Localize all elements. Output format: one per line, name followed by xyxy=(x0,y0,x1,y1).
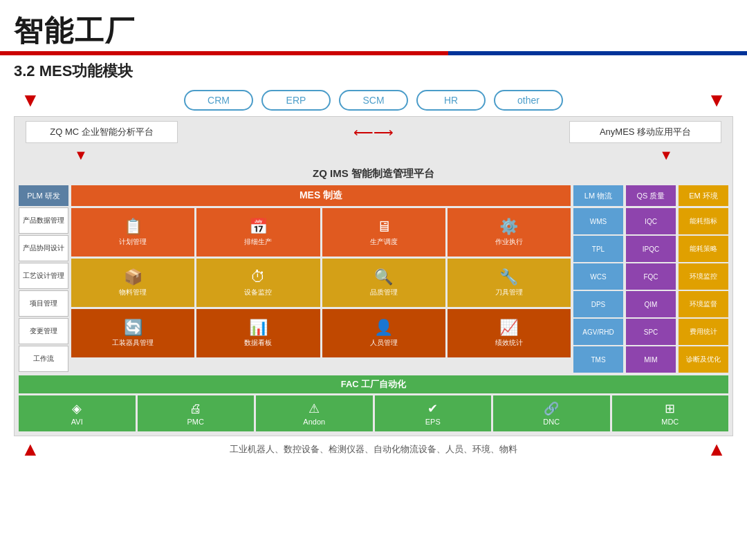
qs-item-5: MIM xyxy=(626,346,676,373)
mes-icon-1: 📅 xyxy=(249,218,268,236)
mes-icon-0: 📋 xyxy=(124,218,142,236)
em-item-0: 能耗指标 xyxy=(679,208,728,234)
automation-row: ◈ AVI 🖨 PMC ⚠ Andon ✔ EPS 🔗 DNC ⊞ MDC xyxy=(19,395,728,431)
mes-label-0: 计划管理 xyxy=(119,237,147,247)
plm-header: PLM 研发 xyxy=(19,185,68,206)
mes-cell-7: 🔧 刀具管理 xyxy=(448,259,571,307)
mes-cell-9: 📊 数据看板 xyxy=(196,309,320,357)
mes-column: MES 制造 📋 计划管理 📅 排细生产 🖥 生产调度 ⚙️ 作业执行 xyxy=(71,185,571,373)
lm-item-3: DPS xyxy=(573,291,623,317)
em-item-4: 费用统计 xyxy=(679,319,728,345)
plm-item-5: 工作流 xyxy=(19,346,68,372)
mes-icon-9: 📊 xyxy=(249,319,268,337)
auto-icon-3: ✔ xyxy=(427,401,438,416)
mes-label-7: 刀具管理 xyxy=(495,288,523,297)
plm-item-4: 变更管理 xyxy=(19,318,68,344)
auto-icon-1: 🖨 xyxy=(190,402,202,416)
top-connectors-area: ▼ CRM ERP SCM HR other ▼ xyxy=(0,87,747,113)
bottom-arrow-left: ▲ xyxy=(21,438,40,460)
mes-label-8: 工装器具管理 xyxy=(112,338,154,348)
auto-icon-2: ⚠ xyxy=(308,401,320,416)
auto-icon-0: ◈ xyxy=(72,401,82,416)
platform-arrows-row: ▼ ▼ xyxy=(19,147,728,163)
auto-cell-0: ◈ AVI xyxy=(19,395,136,431)
auto-icon-5: ⊞ xyxy=(665,401,675,416)
plm-item-2: 工艺设计管理 xyxy=(19,263,68,289)
auto-cell-3: ✔ EPS xyxy=(375,395,492,431)
mes-label-3: 作业执行 xyxy=(495,237,523,247)
mes-label-9: 数据看板 xyxy=(244,338,272,348)
qs-column: QS 质量 IQC IPQC FQC QIM SPC MIM xyxy=(626,185,676,373)
auto-cell-2: ⚠ Andon xyxy=(256,395,373,431)
mes-label-4: 物料管理 xyxy=(119,288,147,297)
fac-bar: FAC 工厂自动化 xyxy=(19,375,728,393)
ims-title: ZQ IMS 智能制造管理平台 xyxy=(19,165,728,183)
auto-cell-5: ⊞ MDC xyxy=(612,395,729,431)
em-item-1: 能耗策略 xyxy=(679,236,728,262)
em-items: 能耗指标 能耗策略 环境监控 环境监督 费用统计 诊断及优化 xyxy=(679,208,728,373)
down-arrow-left: ▼ xyxy=(74,147,88,163)
top-arrow-left: ▼ xyxy=(21,89,40,111)
mes-icon-7: 🔧 xyxy=(499,268,518,286)
platform-left: ZQ MC 企业智能分析平台 xyxy=(26,121,178,143)
top-boxes-row: CRM ERP SCM HR other xyxy=(184,90,563,111)
bottom-section: ▲ 工业机器人、数控设备、检测仪器、自动化物流设备、人员、环境、物料 ▲ xyxy=(0,439,747,460)
mes-label-6: 品质管理 xyxy=(370,288,398,297)
auto-label-5: MDC xyxy=(661,418,679,426)
em-item-3: 环境监督 xyxy=(679,291,728,317)
header-accent-bar xyxy=(0,51,747,55)
qs-item-3: QIM xyxy=(626,291,676,317)
top-box-other: other xyxy=(494,90,563,111)
lm-items: WMS TPL WCS DPS AGV/RHD TMS xyxy=(573,208,623,373)
mes-icon-2: 🖥 xyxy=(376,218,391,236)
mes-cell-0: 📋 计划管理 xyxy=(71,208,194,256)
top-box-hr: HR xyxy=(416,90,486,111)
auto-icon-4: 🔗 xyxy=(544,401,559,416)
mes-cell-2: 🖥 生产调度 xyxy=(322,208,445,256)
lm-item-1: TPL xyxy=(573,236,623,262)
top-arrow-right: ▼ xyxy=(707,89,726,111)
auto-label-1: PMC xyxy=(187,418,204,426)
main-content-area: ZQ MC 企业智能分析平台 ⟵⟶ AnyMES 移动应用平台 ▼ ▼ ZQ I… xyxy=(14,116,733,436)
plm-item-3: 项目管理 xyxy=(19,290,68,317)
plm-item-0: 产品数据管理 xyxy=(19,207,68,234)
lm-item-5: TMS xyxy=(573,346,623,373)
mes-cell-6: 🔍 品质管理 xyxy=(322,259,445,307)
section-title: 3.2 MES功能模块 xyxy=(0,55,747,87)
mes-cell-11: 📈 绩效统计 xyxy=(448,309,571,357)
bottom-arrow-right: ▲ xyxy=(707,438,726,460)
mes-icon-8: 🔄 xyxy=(124,319,142,337)
plm-item-1: 产品协同设计 xyxy=(19,235,68,261)
em-item-5: 诊断及优化 xyxy=(679,346,728,373)
mes-label-5: 设备监控 xyxy=(244,288,272,297)
mes-icon-3: ⚙️ xyxy=(499,218,518,236)
mes-grid: 📋 计划管理 📅 排细生产 🖥 生产调度 ⚙️ 作业执行 📦 物料管 xyxy=(71,208,571,357)
mes-cell-4: 📦 物料管理 xyxy=(71,259,194,307)
top-box-crm: CRM xyxy=(184,90,253,111)
lm-item-4: AGV/RHD xyxy=(573,319,623,345)
qs-item-0: IQC xyxy=(626,208,676,234)
mes-icon-6: 🔍 xyxy=(374,268,393,286)
mes-label-1: 排细生产 xyxy=(244,237,272,247)
platform-right: AnyMES 移动应用平台 xyxy=(569,121,721,143)
mes-icon-11: 📈 xyxy=(499,319,518,337)
auto-label-4: DNC xyxy=(543,418,560,426)
lm-item-2: WCS xyxy=(573,263,623,290)
mes-cell-10: 👤 人员管理 xyxy=(322,309,445,357)
qs-item-4: SPC xyxy=(626,319,676,345)
qs-header: QS 质量 xyxy=(626,185,676,206)
lm-column: LM 物流 WMS TPL WCS DPS AGV/RHD TMS xyxy=(573,185,623,373)
mes-label-11: 绩效统计 xyxy=(495,338,523,348)
mes-label-2: 生产调度 xyxy=(370,237,398,247)
em-item-2: 环境监控 xyxy=(679,263,728,290)
mes-cell-8: 🔄 工装器具管理 xyxy=(71,309,194,357)
mes-icon-4: 📦 xyxy=(124,268,142,286)
inner-grid: PLM 研发 产品数据管理 产品协同设计 工艺设计管理 项目管理 变更管理 工作… xyxy=(19,185,728,373)
auto-cell-4: 🔗 DNC xyxy=(493,395,610,431)
lm-item-0: WMS xyxy=(573,208,623,234)
top-box-scm: SCM xyxy=(339,90,408,111)
bottom-text: 工业机器人、数控设备、检测仪器、自动化物流设备、人员、环境、物料 xyxy=(230,443,517,456)
double-arrow: ⟵⟶ xyxy=(353,124,394,140)
em-header: EM 环境 xyxy=(679,185,728,206)
top-box-erp: ERP xyxy=(261,90,331,111)
